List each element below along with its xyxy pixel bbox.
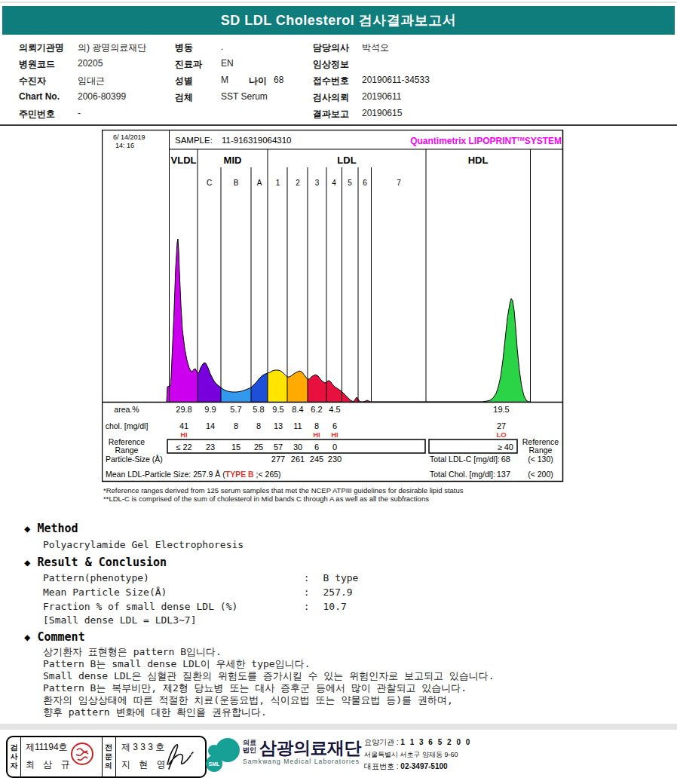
org-info-line: 서울특별시 서초구 양재동 9-60	[364, 750, 458, 760]
chol-value: 41	[179, 421, 188, 430]
examiner-role-cell: 검 사 자	[8, 737, 20, 776]
result-heading-text: Result & Conclusion	[37, 556, 167, 569]
result-colon: :	[304, 586, 310, 598]
field-value: 20190615	[362, 108, 402, 118]
role-char: 문	[105, 752, 112, 761]
chart-time: 14: 16	[115, 142, 134, 149]
field-value: 20190611-34533	[362, 75, 430, 85]
trace-fill	[308, 375, 426, 403]
field-label: 진료과	[175, 58, 202, 71]
sml-logo-text: SML	[209, 761, 221, 767]
field-label: 나이	[249, 75, 267, 87]
region-label: HDL	[468, 155, 489, 166]
result-row: Fraction % of small dense LDL (%) : 10.7	[43, 601, 347, 612]
field-value: .	[221, 41, 223, 52]
hdl-ref-value: ≥ 40	[498, 443, 513, 452]
subfraction-label: 6	[363, 179, 367, 187]
chol-value: 11	[293, 421, 302, 430]
area-value: 4.5	[329, 405, 340, 414]
result-row: Mean Particle Size(Å) : 257.9	[43, 586, 353, 598]
method-heading: ◆ Method	[24, 522, 78, 535]
info-value: 서울특별시 서초구 양재동 9-60	[364, 751, 458, 758]
field-value: 20205	[78, 58, 103, 69]
red-seal-stamp	[70, 742, 94, 766]
field-label: 병원코드	[19, 58, 55, 71]
specialist-role: 전 문 의	[102, 737, 115, 776]
result-value: 257.9	[323, 586, 352, 598]
ref-value: 23	[206, 443, 215, 452]
specialist-role-cell: 전 문 의	[102, 737, 115, 776]
info-label: 대표번호 :	[364, 762, 399, 770]
region-label: VLDL	[171, 155, 197, 166]
sample-value: 11-916319064310	[222, 136, 292, 145]
comment-heading: ◆ Comment	[24, 630, 85, 644]
sample-label: SAMPLE:	[175, 136, 213, 145]
row-label-chol: chol. [mg/dl]	[106, 421, 149, 430]
org-prefix-line: 의료	[243, 739, 256, 746]
chart-footnote: *Reference ranges derived from 125 serum…	[103, 486, 464, 495]
chol-value: 6	[332, 421, 337, 430]
field-value: EN	[221, 58, 234, 69]
field-value: 20190611	[362, 91, 402, 102]
total-label: Total Chol. [mg/dl]:	[430, 470, 495, 479]
subfraction-label: A	[257, 179, 262, 187]
examiner-cert-no: 제11194호	[26, 741, 68, 754]
result-value: 10.7	[323, 601, 346, 612]
subfraction-label: 4	[332, 179, 336, 187]
area-value: 6.2	[311, 405, 322, 414]
field-label: 접수번호	[313, 75, 349, 87]
field-label: 병동	[175, 41, 193, 54]
area-value: 5.7	[230, 405, 241, 414]
report-page: SD LDL Cholesterol 검사결과보고서 의뢰기관명 의) 광명의료…	[0, 0, 677, 784]
top-divider	[0, 2, 677, 3]
diamond-bullet-icon: ◆	[24, 631, 30, 643]
ref-value: 15	[231, 443, 240, 452]
row-label-area: area.%	[114, 405, 139, 414]
org-prefix-line: 법인	[243, 746, 256, 754]
chol-value: 8	[234, 421, 238, 430]
subfraction-label: 3	[315, 179, 320, 187]
trace-fill	[268, 370, 287, 403]
result-row: Pattern(phenotype) : B type	[43, 572, 358, 583]
flag-value: HI	[313, 430, 320, 439]
field-label: 임상정보	[313, 58, 349, 71]
ref-value: ≤ 22	[176, 443, 191, 452]
field-value: 2006-80399	[78, 91, 126, 102]
field-label: 성별	[175, 75, 193, 87]
total-label: Total LDL-C [mg/dl]:	[430, 455, 500, 464]
page-title: SD LDL Cholesterol 검사결과보고서	[221, 11, 457, 29]
field-value: M	[221, 75, 228, 85]
total-value: 68	[501, 455, 510, 464]
total-value: 137	[497, 470, 510, 479]
trace-fill	[198, 363, 221, 403]
examiner-name: 최 삼 규	[26, 758, 73, 771]
particle-size-value: 230	[328, 455, 342, 464]
result-heading: ◆ Result & Conclusion	[24, 556, 167, 569]
field-label: 주민번호	[19, 108, 55, 121]
examiner-role: 검 사 자	[8, 737, 20, 776]
info-label: 요양기관 :	[364, 738, 399, 746]
ref-value: 30	[293, 443, 302, 452]
org-name: 삼광의료재단	[259, 737, 361, 760]
org-prefix: 의료 법인	[243, 739, 256, 754]
result-label: Pattern(phenotype)	[43, 572, 298, 583]
diamond-bullet-icon: ◆	[24, 556, 30, 568]
chol-value: 8	[256, 421, 261, 430]
result-note: [Small dense LDL = LDL3~7]	[43, 614, 197, 626]
trace-fill	[251, 373, 268, 403]
ref-value: 0	[332, 443, 337, 452]
ref-value: 6	[314, 443, 319, 452]
area-value: 19.5	[493, 405, 509, 414]
area-value: 29.8	[176, 405, 191, 414]
certification-stamp-box: 검 사 자 제11194호 최 삼 규 전 문 의 제 3 3 3 호 지 현 …	[6, 736, 207, 778]
role-char: 검	[11, 743, 18, 752]
role-char: 전	[105, 743, 112, 752]
particle-size-value: 277	[271, 455, 285, 464]
subfraction-label: 7	[397, 179, 401, 187]
subfraction-label: 5	[348, 179, 352, 187]
method-body: Polyacrylamide Gel Electrophoresis	[43, 539, 244, 550]
field-value: -	[78, 108, 81, 118]
result-value: B type	[323, 572, 358, 583]
field-label: 수진자	[19, 75, 46, 87]
chol-value: 14	[206, 421, 215, 430]
